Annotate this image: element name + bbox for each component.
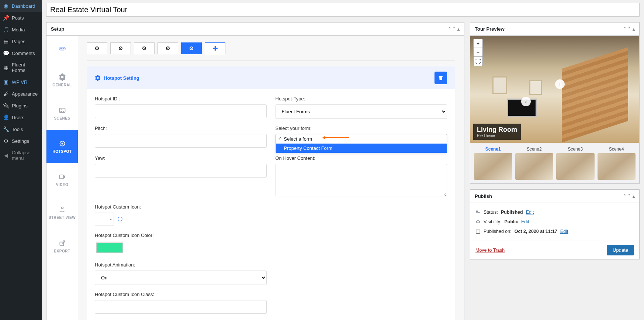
wpvr-tab-rail: WP VR GENERAL SCENES HOTSPOT VIDEO STREE… (46, 36, 78, 320)
tour-preview-title: Tour Preview (475, 26, 505, 32)
scene-thumbnails: Scene1 Scene2 Scene3 Scene4 (470, 143, 639, 183)
on-hover-label: On Hover Content: (276, 155, 447, 161)
menu-users[interactable]: 👤Users (0, 111, 42, 123)
icon-picker-dropdown[interactable]: ▾ (108, 213, 114, 226)
tab-scenes[interactable]: SCENES (46, 97, 78, 130)
eye-icon (475, 219, 481, 224)
preview-viewport[interactable]: + − ⛶ ↑ i Living Room RexTheme (470, 36, 639, 143)
tab-hotspot[interactable]: HOTSPOT (46, 130, 78, 163)
tour-preview-box: Tour Preview ˄˅▴ + − ⛶ ↑ (470, 22, 640, 184)
box-move-up-icon[interactable]: ˄ (624, 27, 626, 32)
menu-tools[interactable]: 🔧Tools (0, 123, 42, 135)
setup-title: Setup (51, 26, 64, 32)
svg-text:WP VR: WP VR (60, 48, 65, 49)
animation-select[interactable]: On (95, 271, 267, 285)
box-toggle-icon[interactable]: ▴ (633, 194, 635, 199)
visibility-value: Public (504, 219, 518, 224)
scene-thumb-2[interactable]: Scene2 (515, 147, 554, 180)
pitch-input[interactable] (95, 134, 267, 148)
tab-export[interactable]: EXPORT (46, 230, 78, 263)
preview-frame (492, 76, 507, 94)
hotspot-chip-4[interactable] (157, 42, 178, 54)
form-dropdown-open[interactable]: Select a form Property Contact Form (276, 134, 447, 153)
icon-class-label: Hotspot Custom Icon Class: (95, 292, 267, 297)
menu-plugins[interactable]: 🔌Plugins (0, 100, 42, 111)
update-button[interactable]: Update (607, 245, 634, 255)
menu-pages[interactable]: ▤Pages (0, 35, 42, 47)
form-option-property-contact[interactable]: Property Contact Form (276, 144, 447, 153)
select-form-label: Select your form: (276, 125, 447, 131)
menu-posts[interactable]: 📌Posts (0, 12, 42, 24)
preview-caption: Living Room RexTheme (473, 124, 521, 140)
published-on-label: Published on: (484, 229, 512, 234)
on-hover-input[interactable] (276, 164, 447, 196)
menu-collapse[interactable]: ◀Collapse menu (0, 147, 42, 164)
menu-comments[interactable]: 💬Comments (0, 47, 42, 59)
hotspot-settings-panel: Hotspot Setting Hotspot ID : Hotspot-Typ… (87, 66, 455, 320)
box-move-down-icon[interactable]: ˅ (628, 27, 630, 32)
scene-thumb-4[interactable]: Scene4 (598, 147, 636, 180)
icon-color-swatch[interactable] (96, 242, 123, 253)
scene-thumb-3[interactable]: Scene3 (556, 147, 595, 180)
hotspot-chip-5[interactable] (181, 42, 202, 54)
box-move-up-icon[interactable]: ˄ (449, 27, 451, 32)
status-edit-link[interactable]: Edit (526, 210, 534, 215)
status-value: Published (501, 210, 523, 215)
status-label: Status: (484, 210, 498, 215)
form-option-placeholder[interactable]: Select a form (276, 134, 447, 144)
preview-frame (529, 80, 542, 95)
calendar-icon (475, 229, 481, 234)
zoom-out-button[interactable]: − (474, 48, 482, 57)
wpvr-logo: WP VR (46, 36, 78, 63)
plus-icon: ✚ (213, 45, 218, 52)
wp-admin-sidebar: ◉Dashboard 📌Posts 🎵Media ▤Pages 💬Comment… (0, 0, 42, 320)
hotspot-id-input[interactable] (95, 104, 267, 118)
move-to-trash-link[interactable]: Move to Trash (475, 248, 505, 253)
preview-hotspot-info-icon[interactable]: i (521, 97, 531, 106)
menu-wp-vr[interactable]: ▣WP VR (0, 76, 42, 88)
yaw-input[interactable] (95, 164, 267, 178)
box-move-down-icon[interactable]: ˅ (628, 194, 630, 199)
setup-metabox: Setup ˄ ˅ ▴ WP VR GENERAL SCENES (46, 22, 464, 320)
visibility-label: Visibility: (484, 219, 501, 224)
info-icon[interactable]: ⓘ (118, 216, 122, 223)
hotspot-chip-2[interactable] (110, 42, 131, 54)
publish-title: Publish (475, 193, 492, 199)
icon-class-input[interactable] (95, 300, 267, 314)
tab-street-view[interactable]: STREET VIEW (46, 196, 78, 230)
published-on-edit-link[interactable]: Edit (560, 229, 568, 234)
delete-hotspot-button[interactable] (434, 72, 447, 84)
box-move-down-icon[interactable]: ˅ (453, 27, 455, 32)
menu-appearance[interactable]: 🖌Appearance (0, 88, 42, 100)
hotspot-chip-3[interactable] (134, 42, 155, 54)
preview-hotspot-arrow-icon[interactable]: ↑ (555, 79, 565, 89)
svg-rect-6 (59, 175, 63, 179)
svg-point-7 (61, 207, 63, 209)
box-toggle-icon[interactable]: ▴ (633, 27, 635, 32)
hotspot-chip-1[interactable] (87, 42, 107, 54)
hotspot-chip-add[interactable]: ✚ (205, 42, 225, 54)
annotation-arrow (323, 137, 349, 138)
menu-dashboard[interactable]: ◉Dashboard (0, 0, 42, 12)
hotspot-type-select[interactable]: Fluent Forms (276, 104, 447, 119)
tab-video[interactable]: VIDEO (46, 163, 78, 196)
menu-fluent-forms[interactable]: ▦Fluent Forms (0, 59, 42, 76)
tour-title-input[interactable] (46, 3, 640, 17)
preview-scene-sub: RexTheme (477, 134, 517, 138)
zoom-in-button[interactable]: + (474, 39, 482, 48)
hotspot-id-label: Hotspot ID : (95, 96, 267, 101)
preview-stairs (562, 47, 628, 142)
tab-general[interactable]: GENERAL (46, 63, 78, 97)
box-toggle-icon[interactable]: ▴ (457, 27, 460, 32)
box-move-up-icon[interactable]: ˄ (624, 194, 626, 199)
menu-media[interactable]: 🎵Media (0, 24, 42, 35)
scene-thumb-1[interactable]: Scene1 (474, 147, 512, 180)
menu-settings[interactable]: ⚙Settings (0, 135, 42, 147)
title-bar (46, 3, 640, 17)
visibility-edit-link[interactable]: Edit (521, 219, 529, 224)
preview-zoom-controls: + − ⛶ (473, 39, 483, 66)
custom-icon-label: Hotspot Custom Icon: (95, 204, 267, 210)
icon-picker-swatch[interactable] (95, 213, 108, 226)
fullscreen-button[interactable]: ⛶ (474, 57, 482, 66)
hotspot-selector-row: ✚ (87, 42, 455, 61)
